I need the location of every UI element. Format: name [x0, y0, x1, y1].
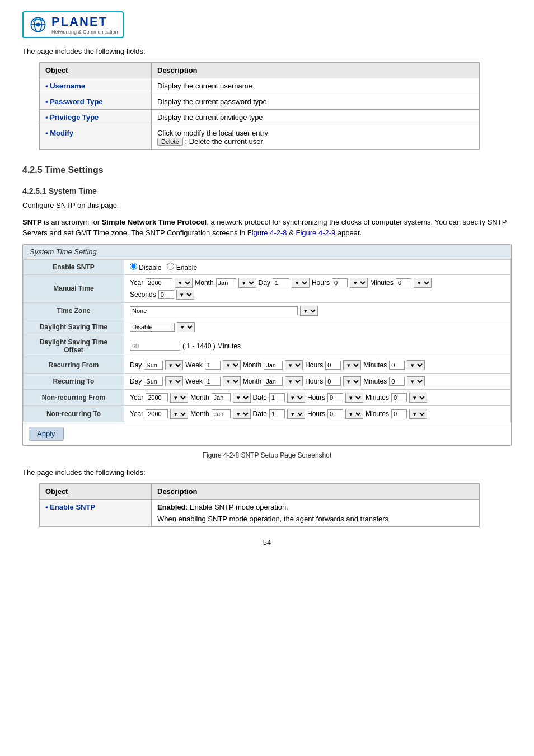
rf-week-label: Week — [185, 361, 202, 369]
recurring-from-row: Day ▾ Week ▾ Month ▾ Hours ▾ Minutes — [130, 360, 505, 370]
rt-month-input[interactable] — [264, 377, 283, 386]
nrt-year-dropdown[interactable]: ▾ — [170, 409, 188, 419]
rf-day-label: Day — [130, 361, 142, 369]
label-recurring-to: Recurring To — [24, 373, 124, 389]
nrt-year-input[interactable] — [146, 409, 168, 418]
nrf-minutes-input[interactable] — [391, 393, 407, 402]
figure-caption: Figure 4-2-8 SNTP Setup Page Screenshot — [22, 451, 512, 459]
nrt-hours-input[interactable] — [327, 409, 343, 418]
nrt-date-input[interactable] — [269, 409, 285, 418]
bullet-enable-sntp: • Enable SNTP — [45, 503, 95, 511]
year-dropdown[interactable]: ▾ — [175, 278, 193, 288]
minutes-input[interactable] — [396, 278, 411, 287]
table-row: • Username Display the current username — [40, 78, 480, 94]
manual-time-row1: Year ▾ Month ▾ Day ▾ Hours ▾ Minutes — [130, 278, 505, 288]
rf-minutes-input[interactable] — [389, 361, 405, 370]
nrf-hours-input[interactable] — [327, 393, 343, 402]
nrt-minutes-input[interactable] — [391, 409, 407, 418]
nrt-month-dropdown[interactable]: ▾ — [233, 409, 251, 419]
nrt-month-input[interactable] — [212, 409, 231, 418]
value-time-zone: ▾ — [124, 302, 511, 319]
nrf-minutes-dropdown[interactable]: ▾ — [409, 393, 427, 403]
col-description: Description — [152, 63, 480, 78]
seconds-dropdown[interactable]: ▾ — [176, 290, 194, 300]
rf-month-input[interactable] — [264, 361, 283, 370]
row-time-zone: Time Zone ▾ — [24, 302, 511, 319]
nrt-date-dropdown[interactable]: ▾ — [287, 409, 305, 419]
rt-week-dropdown[interactable]: ▾ — [223, 376, 241, 386]
rt-minutes-input[interactable] — [389, 377, 405, 386]
nrt-minutes-label: Minutes — [366, 410, 389, 418]
rf-minutes-dropdown[interactable]: ▾ — [407, 360, 425, 370]
minutes-dropdown[interactable]: ▾ — [414, 278, 432, 288]
nrf-month-input[interactable] — [212, 393, 231, 402]
seconds-input[interactable] — [158, 290, 174, 299]
row-dst-offset: Daylight Saving TimeOffset ( 1 - 1440 ) … — [24, 335, 511, 357]
year-input[interactable] — [146, 278, 172, 287]
radio-enable[interactable] — [167, 263, 174, 270]
figure-link-1[interactable]: Figure 4-2-8 — [247, 228, 287, 237]
rt-month-label: Month — [243, 377, 261, 385]
month-label: Month — [195, 279, 213, 287]
nrf-hours-dropdown[interactable]: ▾ — [345, 393, 363, 403]
rt-hours-label: Hours — [305, 377, 323, 385]
day-input[interactable] — [273, 278, 289, 287]
rt-hours-dropdown[interactable]: ▾ — [343, 376, 361, 386]
nrf-hours-label: Hours — [307, 394, 325, 402]
nrf-date-label: Date — [253, 394, 267, 402]
rf-month-dropdown[interactable]: ▾ — [285, 360, 303, 370]
label-daylight-saving: Daylight Saving Time — [24, 319, 124, 335]
recurring-to-row: Day ▾ Week ▾ Month ▾ Hours ▾ Minutes — [130, 376, 505, 386]
rt-month-dropdown[interactable]: ▾ — [285, 376, 303, 386]
day-dropdown[interactable]: ▾ — [292, 278, 310, 288]
rt-day-dropdown[interactable]: ▾ — [165, 376, 183, 386]
apply-button[interactable]: Apply — [29, 427, 64, 441]
dst-offset-input[interactable] — [130, 342, 180, 351]
radio-enable-label[interactable]: Enable — [167, 263, 197, 272]
radio-disable[interactable] — [130, 263, 137, 270]
rf-week-input[interactable] — [205, 361, 221, 370]
nrf-date-dropdown[interactable]: ▾ — [287, 393, 305, 403]
nrt-hours-label: Hours — [307, 410, 325, 418]
rf-week-dropdown[interactable]: ▾ — [223, 360, 241, 370]
rf-hours-dropdown[interactable]: ▾ — [343, 360, 361, 370]
rf-hours-input[interactable] — [325, 361, 341, 370]
rt-minutes-dropdown[interactable]: ▾ — [407, 376, 425, 386]
rt-week-label: Week — [185, 377, 202, 385]
col-object: Object — [40, 63, 152, 78]
daylight-saving-input[interactable] — [130, 323, 175, 332]
label-recurring-from: Recurring From — [24, 357, 124, 373]
rf-day-dropdown[interactable]: ▾ — [165, 360, 183, 370]
page-number: 54 — [22, 538, 512, 547]
sntp-body-text: SNTP is an acronym for Simple Network Ti… — [22, 217, 512, 239]
month-dropdown[interactable]: ▾ — [238, 278, 256, 288]
section-4251-heading: 4.2.5.1 System Time — [22, 186, 512, 195]
nrf-year-input[interactable] — [146, 393, 168, 402]
radio-disable-label[interactable]: Disable — [130, 263, 161, 272]
apply-button-area: Apply — [23, 422, 511, 445]
nrt-minutes-dropdown[interactable]: ▾ — [409, 409, 427, 419]
dst-offset-hint: ( 1 - 1440 ) Minutes — [182, 342, 241, 350]
nrf-month-dropdown[interactable]: ▾ — [233, 393, 251, 403]
month-input[interactable] — [216, 278, 236, 287]
time-zone-dropdown[interactable]: ▾ — [300, 306, 318, 316]
rt-day-input[interactable] — [144, 377, 163, 386]
setting-table: Enable SNTP Disable Enable Manual Time — [23, 259, 511, 422]
nrf-date-input[interactable] — [269, 393, 285, 402]
nrf-year-dropdown[interactable]: ▾ — [170, 393, 188, 403]
rf-day-input[interactable] — [144, 361, 163, 370]
label-dst-offset: Daylight Saving TimeOffset — [24, 335, 124, 357]
hours-input[interactable] — [332, 278, 348, 287]
row-manual-time: Manual Time Year ▾ Month ▾ Day ▾ Hours — [24, 274, 511, 302]
nrt-month-label: Month — [190, 410, 209, 418]
hours-dropdown[interactable]: ▾ — [350, 278, 368, 288]
row-enable-sntp: Enable SNTP Disable Enable — [24, 259, 511, 274]
rt-hours-input[interactable] — [325, 377, 341, 386]
bottom-fields-table: Object Description • Enable SNTP Enabled… — [39, 483, 480, 527]
daylight-saving-dropdown[interactable]: ▾ — [177, 322, 195, 332]
figure-link-2[interactable]: Figure 4-2-9 — [296, 228, 335, 237]
nrt-hours-dropdown[interactable]: ▾ — [345, 409, 363, 419]
time-zone-input[interactable] — [130, 306, 298, 315]
obj-cell: • Password Type — [40, 94, 152, 110]
rt-week-input[interactable] — [205, 377, 221, 386]
